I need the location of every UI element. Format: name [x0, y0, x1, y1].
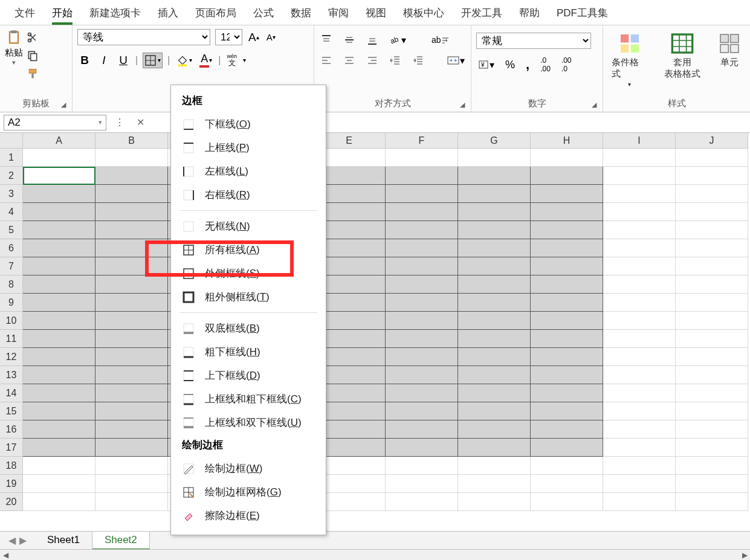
cell[interactable] — [531, 330, 603, 348]
cell[interactable] — [676, 475, 748, 493]
menu-item-border-top-thick-bottom[interactable]: 上框线和粗下框线(C) — [171, 387, 326, 411]
menu-item-border-top-double-bottom[interactable]: 上框线和双下框线(U) — [171, 411, 326, 434]
increase-decimal-icon[interactable]: .0.00 — [539, 55, 552, 74]
row-header[interactable]: 15 — [0, 402, 23, 420]
row-header[interactable]: 12 — [0, 348, 23, 366]
menu-item-新建选项卡[interactable]: 新建选项卡 — [81, 2, 149, 25]
cell[interactable] — [458, 330, 531, 348]
sheet-tab-Sheet2[interactable]: Sheet2 — [92, 532, 150, 550]
font-name-select[interactable]: 等线 — [77, 29, 210, 45]
menu-item-draw-border[interactable]: 绘制边框(W) — [171, 457, 326, 480]
cell[interactable] — [386, 439, 458, 457]
row-header[interactable]: 20 — [0, 493, 23, 511]
align-bottom-icon[interactable] — [365, 33, 380, 47]
cell[interactable] — [458, 221, 531, 239]
menu-item-border-double-bottom[interactable]: 双底框线(B) — [171, 317, 326, 340]
menu-item-border-none[interactable]: 无框线(N) — [171, 214, 326, 238]
scroll-right-icon[interactable]: ▶ — [739, 551, 750, 559]
cell[interactable] — [603, 221, 676, 239]
cell[interactable] — [603, 402, 676, 420]
cell[interactable] — [95, 294, 168, 312]
format-painter-icon[interactable] — [27, 68, 39, 80]
cell[interactable] — [531, 294, 603, 312]
bold-button[interactable]: B — [77, 53, 92, 68]
select-all-corner[interactable] — [0, 133, 23, 149]
cell[interactable] — [458, 402, 531, 420]
cell[interactable] — [531, 420, 603, 439]
cell[interactable] — [603, 457, 676, 475]
cell[interactable] — [603, 203, 676, 221]
cell[interactable] — [603, 275, 676, 294]
row-header[interactable]: 6 — [0, 239, 23, 257]
border-button[interactable]: ▾ — [143, 53, 163, 68]
row-header[interactable]: 17 — [0, 439, 23, 457]
cell[interactable] — [531, 221, 603, 239]
cell[interactable] — [676, 348, 748, 366]
cell[interactable] — [23, 475, 95, 493]
cell[interactable] — [603, 475, 676, 493]
cell[interactable] — [95, 475, 168, 493]
font-color-button[interactable]: A▾ — [198, 51, 213, 69]
merge-center-button[interactable]: ▾ — [445, 53, 466, 68]
cells-area[interactable] — [23, 149, 748, 511]
cell[interactable] — [676, 203, 748, 221]
align-middle-icon[interactable] — [342, 33, 357, 47]
cell[interactable] — [603, 312, 676, 330]
col-header[interactable]: F — [386, 133, 458, 149]
cell[interactable] — [458, 366, 531, 384]
cell[interactable] — [23, 493, 95, 511]
indent-decrease-icon[interactable] — [388, 53, 402, 68]
cell[interactable] — [95, 493, 168, 511]
cell[interactable] — [531, 402, 603, 420]
cell[interactable] — [458, 167, 531, 185]
cell[interactable] — [95, 457, 168, 475]
cell[interactable] — [603, 420, 676, 439]
cell[interactable] — [95, 185, 168, 203]
cell[interactable] — [386, 384, 458, 402]
menu-item-数据[interactable]: 数据 — [282, 2, 320, 25]
cell[interactable] — [386, 475, 458, 493]
cell[interactable] — [23, 312, 95, 330]
cell[interactable] — [531, 439, 603, 457]
sheet-nav-left-icon[interactable]: ◀ — [8, 535, 16, 546]
cell[interactable] — [386, 294, 458, 312]
menu-item-border-outer[interactable]: 外侧框线(S) — [171, 262, 326, 285]
cell[interactable] — [23, 185, 95, 203]
currency-icon[interactable]: ¥▾ — [476, 57, 496, 72]
menu-item-draw-border-grid[interactable]: 绘制边框网格(G) — [171, 480, 326, 504]
copy-icon[interactable] — [27, 50, 39, 62]
cell[interactable] — [676, 439, 748, 457]
row-header[interactable]: 18 — [0, 457, 23, 475]
spreadsheet-grid[interactable]: ABCDEFGHIJ 12345678910111213141516171819… — [0, 133, 750, 524]
cancel-icon[interactable]: ✕ — [133, 115, 148, 129]
menu-item-border-thick-outer[interactable]: 粗外侧框线(T) — [171, 285, 326, 309]
cell[interactable] — [386, 330, 458, 348]
cell[interactable] — [23, 420, 95, 439]
menu-item-页面布局[interactable]: 页面布局 — [187, 2, 245, 25]
cell[interactable] — [23, 239, 95, 257]
menu-item-帮助[interactable]: 帮助 — [511, 2, 548, 25]
cell[interactable] — [458, 294, 531, 312]
cell[interactable] — [386, 420, 458, 439]
cell[interactable] — [676, 167, 748, 185]
menu-item-border-thick-bottom[interactable]: 粗下框线(H) — [171, 340, 326, 364]
row-header[interactable]: 11 — [0, 330, 23, 348]
cell[interactable] — [676, 221, 748, 239]
cell[interactable] — [23, 457, 95, 475]
row-header[interactable]: 9 — [0, 294, 23, 312]
cell[interactable] — [386, 149, 458, 167]
cell[interactable] — [386, 203, 458, 221]
cell[interactable] — [603, 294, 676, 312]
cell[interactable] — [531, 493, 603, 511]
col-header[interactable]: G — [458, 133, 531, 149]
cell[interactable] — [95, 330, 168, 348]
menu-item-视图[interactable]: 视图 — [357, 2, 395, 25]
menu-item-模板中心[interactable]: 模板中心 — [395, 2, 453, 25]
align-right-icon[interactable] — [365, 53, 380, 68]
menu-item-审阅[interactable]: 审阅 — [320, 2, 357, 25]
paste-button[interactable]: 粘贴 ▾ — [5, 29, 23, 66]
cell[interactable] — [95, 420, 168, 439]
horizontal-scrollbar[interactable]: ◀ ▶ — [0, 549, 750, 560]
cell[interactable] — [386, 275, 458, 294]
cell[interactable] — [95, 275, 168, 294]
